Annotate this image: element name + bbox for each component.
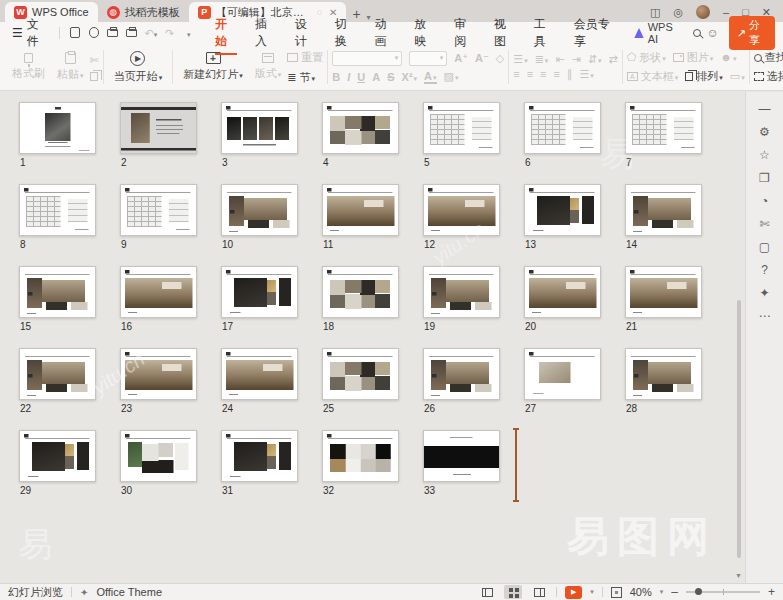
scroll-down-arrow[interactable]: ▼ [735,572,742,579]
font-family-select[interactable] [332,51,402,66]
help-icon[interactable]: ? [746,259,783,282]
convert-text-icon[interactable]: ⇄ [609,54,618,65]
copy-button[interactable] [90,72,99,81]
italic-button[interactable]: I [347,71,350,83]
bullet-list-icon[interactable]: ☰ [513,54,527,65]
menu-item[interactable]: 放映 [405,14,445,52]
menu-item[interactable]: 插入 [246,14,286,52]
slide-thumbnail[interactable] [120,184,197,236]
slide-thumbnail[interactable] [625,266,702,318]
textbox-button[interactable]: A文本框 [627,69,679,84]
paste-button[interactable]: 粘贴 [51,50,90,84]
slide-thumbnail[interactable] [221,348,298,400]
font-size-select[interactable] [409,51,447,66]
slide-thumbnail[interactable] [524,348,601,400]
slide-thumbnail[interactable] [120,430,197,482]
slide-thumbnail[interactable] [322,348,399,400]
underline-button[interactable]: U [357,71,365,83]
format-painter-button[interactable]: 格式刷 [6,51,51,83]
split-view-icon[interactable]: ◫ [650,6,660,19]
slide-layout-button[interactable]: 版式 [249,51,288,83]
placeholder-icon[interactable]: ▭ [730,71,745,82]
more-commands-button[interactable]: ▾ [179,27,198,39]
more-panels-icon[interactable]: ⋯ [746,305,783,328]
line-spacing-icon[interactable]: ☰ [579,69,593,80]
slide-thumbnail[interactable] [120,102,197,154]
vertical-scrollbar[interactable]: ▼ [733,92,745,583]
play-from-current-button[interactable]: ▶ 当页开始 [108,49,169,86]
menu-item[interactable]: 视图 [485,14,525,52]
slide-thumbnail[interactable] [524,102,601,154]
text-direction-icon[interactable]: ⇵ [588,54,602,65]
zoom-percent[interactable]: 40% [630,586,652,598]
slide-thumbnail[interactable] [423,102,500,154]
justify-icon[interactable]: ≡ [554,69,560,80]
zoom-out-button[interactable]: – [671,585,678,599]
zoom-slider-thumb[interactable] [695,588,702,595]
slide-thumbnail[interactable] [423,266,500,318]
slide-thumbnail[interactable] [322,266,399,318]
print-preview-button[interactable] [122,27,141,39]
file-menu-button[interactable]: ☰ 文件 [8,16,53,50]
select-button[interactable]: 选择 [754,69,783,84]
normal-view-button[interactable] [478,585,496,599]
picture-button[interactable]: 图片 [673,50,714,65]
slideshow-caret[interactable]: ▾ [590,588,594,596]
wps-ai-button[interactable]: WPS AI [634,21,683,45]
slide-thumbnail[interactable] [322,430,399,482]
scrollbar-thumb[interactable] [737,300,741,558]
clear-format-icon[interactable]: ◇ [496,53,504,64]
slide-thumbnail[interactable] [322,184,399,236]
zoom-caret[interactable]: ▾ [660,588,664,596]
columns-icon[interactable]: ∥ [567,69,573,80]
arrange-button[interactable]: 排列 [685,69,723,84]
align-center-icon[interactable]: ≡ [527,69,533,80]
share-button[interactable]: ↗ 分享 [729,16,775,50]
slide-thumbnail[interactable] [423,184,500,236]
fit-window-button[interactable] [611,587,622,598]
zoom-in-button[interactable]: + [768,585,775,599]
slide-thumbnail[interactable] [322,102,399,154]
menu-item[interactable]: 会员专享 [565,14,627,52]
bold-button[interactable]: B [332,71,340,83]
zoom-slider[interactable] [686,591,760,593]
slide-thumbnail[interactable] [19,102,96,154]
object-properties-icon[interactable]: ⚙ [746,121,783,144]
menu-item[interactable]: 动画 [365,14,405,52]
slide-thumbnail[interactable] [625,102,702,154]
slide-thumbnail[interactable] [221,430,298,482]
section-button[interactable]: ≣节 [287,70,323,85]
slide-thumbnail[interactable] [19,184,96,236]
reading-view-button[interactable] [530,585,548,599]
numbered-list-icon[interactable]: ≣ [535,54,549,65]
redo-button[interactable]: ↷ [160,27,179,40]
menu-item[interactable]: 审阅 [445,14,485,52]
slide-thumbnail[interactable] [625,348,702,400]
slide-thumbnail[interactable] [221,266,298,318]
slideshow-button[interactable]: ▶ [565,586,582,599]
slide-thumbnail[interactable] [625,184,702,236]
search-button[interactable] [687,27,706,39]
save-button[interactable] [66,27,85,40]
selection-pane-icon[interactable]: ▢ [746,236,783,259]
slide-thumbnail[interactable] [221,102,298,154]
insert-person-icon[interactable]: ☻ [720,52,736,63]
tools-icon[interactable]: ✄ [746,213,783,236]
decrease-font-icon[interactable]: A⁻ [475,52,489,65]
highlight-color-button[interactable]: ▨ [444,71,459,82]
whats-new-icon[interactable]: ✦ [746,282,783,305]
slide-thumbnail[interactable] [221,184,298,236]
export-button[interactable] [85,27,104,40]
slide-thumbnail[interactable] [120,348,197,400]
history-icon[interactable]: ◔ [746,190,783,213]
workspace-icon[interactable]: ◎ [673,6,683,19]
tab-docer-template[interactable]: ◍ 找稻壳模板 [98,2,189,22]
menu-item[interactable]: 设计 [286,14,326,52]
theme-label[interactable]: Office Theme [96,586,162,598]
find-button[interactable]: 查找 [754,50,783,65]
char-style-button[interactable]: A [372,71,380,83]
sorter-view-button[interactable] [504,585,522,599]
slide-thumbnail[interactable] [120,266,197,318]
slide-thumbnail[interactable] [524,266,601,318]
pane-collapse-icon[interactable]: — [746,98,783,121]
